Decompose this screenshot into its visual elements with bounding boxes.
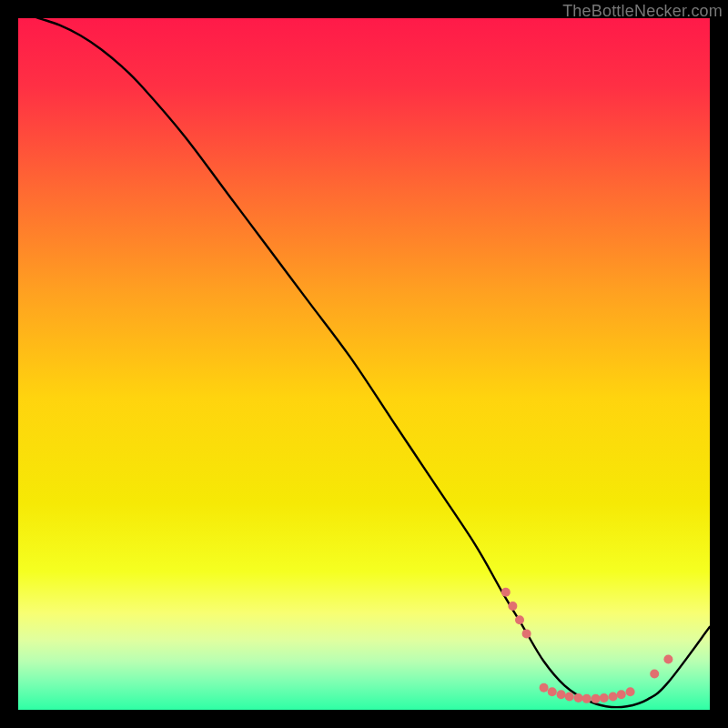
marker-point — [508, 602, 517, 611]
plot-background — [18, 18, 710, 710]
marker-point — [609, 693, 618, 702]
marker-point — [515, 615, 524, 624]
marker-point — [574, 693, 583, 703]
marker-point — [565, 693, 574, 702]
marker-point — [557, 690, 566, 699]
marker-point — [582, 694, 592, 703]
marker-point — [548, 687, 557, 696]
bottleneck-chart — [18, 18, 710, 710]
marker-point — [522, 629, 531, 638]
marker-point — [592, 694, 601, 703]
marker-point — [626, 687, 635, 696]
marker-point — [540, 683, 549, 693]
marker-point — [663, 655, 672, 664]
marker-point — [501, 588, 511, 597]
marker-point — [617, 690, 626, 699]
chart-stage: TheBottleNecker.com — [0, 0, 728, 728]
marker-point — [650, 669, 659, 678]
marker-point — [600, 693, 609, 703]
